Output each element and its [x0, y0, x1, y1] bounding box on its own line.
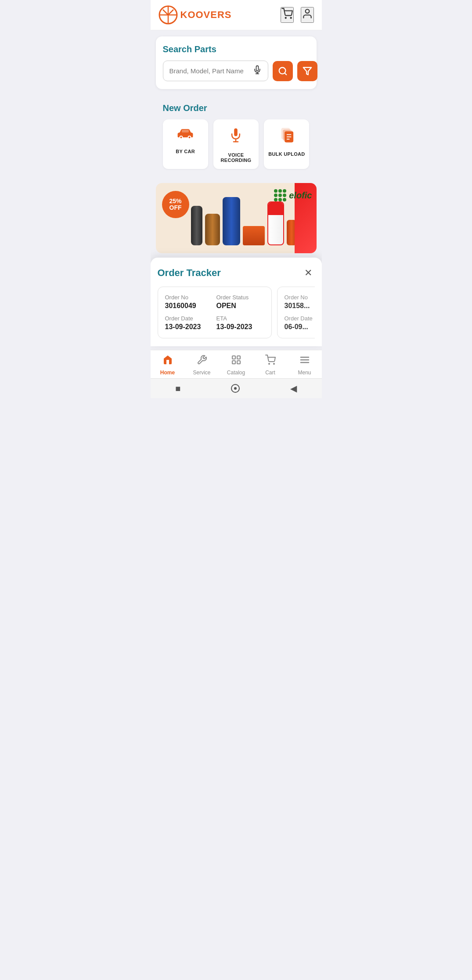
order-options: BY CAR VOICE RECORDING	[163, 119, 310, 169]
order-date-value-2: 06-09...	[285, 323, 315, 331]
orders-scroll-container: Order No 30160049 Order Status OPEN Orde…	[158, 287, 315, 341]
svg-rect-25	[237, 356, 240, 359]
system-nav: ■ ◀	[151, 378, 322, 398]
order-eta-label: ETA	[216, 315, 264, 322]
order-status-value: OPEN	[216, 302, 264, 310]
bulk-upload-icon	[280, 127, 294, 146]
svg-point-29	[274, 363, 274, 364]
order-grid-1: Order No 30160049 Order Status OPEN Orde…	[165, 294, 264, 331]
order-tracker-modal: Order Tracker ✕ Order No 30160049 Order …	[151, 258, 322, 346]
search-parts-card: Search Parts	[156, 36, 317, 89]
order-card-1[interactable]: Order No 30160049 Order Status OPEN Orde…	[158, 287, 272, 338]
svg-point-14	[189, 136, 191, 138]
svg-point-4	[290, 18, 291, 18]
bottom-nav: Home Service Catalog Cart	[151, 350, 322, 378]
menu-nav-label: Menu	[298, 370, 311, 376]
svg-point-3	[285, 18, 286, 18]
home-nav-label: Home	[160, 370, 175, 376]
order-date-value: 13-09-2023	[165, 323, 213, 331]
profile-button[interactable]	[301, 7, 314, 23]
svg-rect-15	[182, 130, 189, 133]
logo-text: KOOVERS	[180, 9, 232, 21]
order-no-value: 30160049	[165, 302, 213, 310]
cart-nav-icon	[265, 355, 276, 368]
catalog-nav-label: Catalog	[227, 370, 245, 376]
sys-home-button[interactable]	[231, 384, 240, 393]
cart-button[interactable]	[281, 7, 294, 23]
logo-container: KOOVERS	[159, 5, 232, 25]
voice-recording-label: VOICE RECORDING	[221, 152, 252, 163]
order-no-label: Order No	[165, 294, 213, 301]
order-date-label-2: Order Date	[285, 315, 315, 322]
order-tracker-header: Order Tracker ✕	[158, 266, 315, 280]
banner-container[interactable]: 25% OFF	[156, 183, 317, 253]
order-status-field: Order Status OPEN	[216, 294, 264, 310]
koovers-logo-icon	[159, 5, 178, 25]
service-nav-label: Service	[193, 370, 210, 376]
new-order-card: New Order BY CAR	[156, 95, 317, 177]
svg-point-28	[269, 363, 270, 364]
order-tracker-title: Order Tracker	[158, 267, 221, 279]
nav-item-home[interactable]: Home	[151, 355, 185, 376]
voice-recording-icon	[229, 127, 243, 147]
sys-square-button[interactable]: ■	[175, 384, 180, 394]
service-nav-icon	[197, 355, 207, 368]
banner-brand: elofic	[274, 189, 312, 201]
search-input[interactable]	[169, 67, 253, 75]
order-eta-value: 13-09-2023	[216, 323, 264, 331]
order-grid-2: Order No 30158... Order Status OPEN Orde…	[285, 294, 315, 331]
brand-dots	[274, 189, 286, 201]
order-tracker-close-button[interactable]: ✕	[302, 266, 315, 280]
catalog-nav-icon	[231, 355, 241, 368]
nav-item-menu[interactable]: Menu	[288, 355, 322, 376]
header-icons	[281, 7, 314, 23]
svg-point-5	[305, 9, 309, 13]
order-card-2[interactable]: Order No 30158... Order Status OPEN Orde…	[277, 287, 315, 338]
by-car-icon	[177, 127, 194, 144]
order-no-label-2: Order No	[285, 294, 315, 301]
nav-item-cart[interactable]: Cart	[253, 355, 288, 376]
order-no-field-2: Order No 30158...	[285, 294, 315, 310]
svg-point-13	[180, 136, 182, 138]
order-date-label: Order Date	[165, 315, 213, 322]
by-car-label: BY CAR	[176, 149, 195, 154]
cart-nav-label: Cart	[265, 370, 275, 376]
nav-item-service[interactable]: Service	[185, 355, 219, 376]
filter-button[interactable]	[297, 61, 317, 81]
by-car-option[interactable]: BY CAR	[163, 119, 208, 169]
order-date-field: Order Date 13-09-2023	[165, 315, 213, 331]
svg-point-34	[234, 387, 237, 390]
nav-item-catalog[interactable]: Catalog	[219, 355, 253, 376]
svg-rect-26	[232, 361, 235, 364]
svg-marker-10	[303, 67, 311, 75]
order-eta-field: ETA 13-09-2023	[216, 315, 264, 331]
order-no-field: Order No 30160049	[165, 294, 213, 310]
app-header: KOOVERS	[151, 0, 322, 30]
new-order-title: New Order	[163, 103, 310, 113]
svg-rect-24	[232, 356, 235, 359]
order-date-field-2: Order Date 06-09...	[285, 315, 315, 331]
bulk-upload-option[interactable]: BULK UPLOAD	[264, 119, 309, 169]
search-row	[163, 61, 310, 81]
search-button[interactable]	[273, 61, 293, 81]
svg-rect-27	[237, 361, 240, 364]
sys-back-button[interactable]: ◀	[290, 383, 297, 394]
banner-discount-badge: 25% OFF	[162, 191, 189, 218]
home-nav-icon	[162, 355, 173, 368]
mic-icon[interactable]	[253, 65, 262, 76]
voice-recording-option[interactable]: VOICE RECORDING	[213, 119, 259, 169]
order-no-value-2: 30158...	[285, 302, 315, 310]
menu-nav-icon	[299, 355, 310, 368]
search-parts-title: Search Parts	[163, 44, 310, 54]
search-input-wrapper	[163, 61, 268, 81]
brand-name: elofic	[289, 190, 312, 201]
order-status-label: Order Status	[216, 294, 264, 301]
svg-line-9	[285, 73, 286, 75]
bulk-upload-label: BULK UPLOAD	[268, 151, 305, 157]
